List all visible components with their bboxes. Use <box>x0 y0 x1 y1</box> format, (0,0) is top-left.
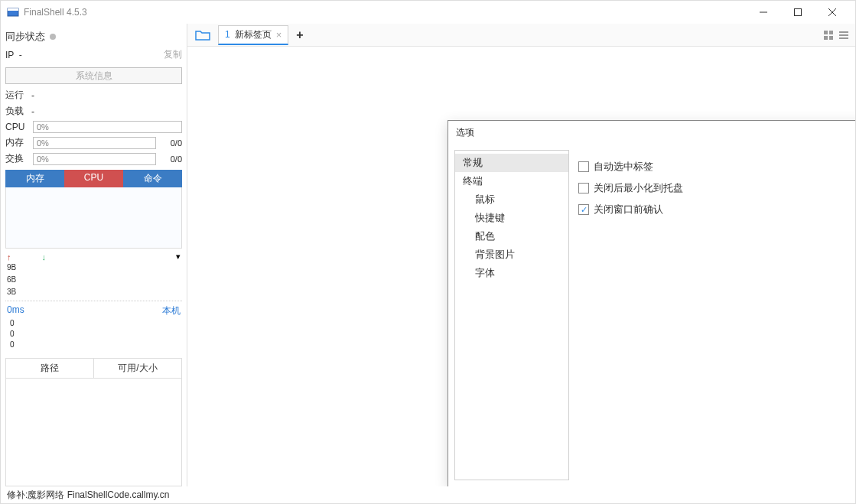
titlebar: FinalShell 4.5.3 <box>1 1 855 24</box>
memory-label: 内存 <box>5 136 30 149</box>
ping-host[interactable]: 本机 <box>162 304 181 317</box>
tab-number: 1 <box>225 29 230 40</box>
svg-rect-7 <box>829 31 833 34</box>
dialog-nav: 常规 终端 鼠标 快捷键 配色 背景图片 字体 <box>454 150 569 480</box>
app-icon <box>7 6 19 18</box>
cpu-meter: 0% <box>33 121 182 133</box>
network-graph: 9B 6B 3B <box>5 263 182 301</box>
upload-icon: ↑ <box>7 252 11 262</box>
load-value: - <box>31 106 182 117</box>
swap-label: 交换 <box>5 152 30 165</box>
download-icon: ↓ <box>42 252 47 262</box>
ping-graph: 0 0 0 <box>5 319 182 353</box>
process-chart <box>5 187 182 249</box>
svg-rect-8 <box>824 36 828 40</box>
col-size[interactable]: 可用/大小 <box>94 359 181 378</box>
tab-cpu[interactable]: CPU <box>64 170 123 187</box>
svg-rect-3 <box>794 9 801 16</box>
checkbox[interactable] <box>578 161 589 172</box>
tab-bar: 1 新标签页 × + <box>187 24 855 47</box>
nav-shortcut[interactable]: 快捷键 <box>455 209 568 227</box>
nav-color[interactable]: 配色 <box>455 227 568 245</box>
swap-ratio: 0/0 <box>159 154 182 164</box>
tab-command[interactable]: 命令 <box>123 170 182 187</box>
window-title: FinalShell 4.5.3 <box>24 7 746 18</box>
nav-general[interactable]: 常规 <box>455 154 568 172</box>
option-label: 关闭窗口前确认 <box>594 203 663 216</box>
ping-ms: 0ms <box>7 304 24 317</box>
maximize-button[interactable] <box>780 1 815 24</box>
copy-button[interactable]: 复制 <box>164 48 182 61</box>
nav-terminal[interactable]: 终端 <box>455 172 568 190</box>
svg-rect-9 <box>829 36 833 40</box>
nav-font[interactable]: 字体 <box>455 264 568 282</box>
svg-rect-6 <box>824 31 828 34</box>
col-path[interactable]: 路径 <box>6 359 94 378</box>
swap-meter: 0% <box>33 153 156 165</box>
svg-rect-10 <box>839 31 848 33</box>
ip-label: IP - <box>5 50 22 60</box>
nav-bgimage[interactable]: 背景图片 <box>455 245 568 264</box>
close-button[interactable] <box>815 1 849 24</box>
path-table-header: 路径 可用/大小 <box>5 358 182 379</box>
checkbox[interactable] <box>578 183 589 193</box>
path-table-body <box>5 379 182 486</box>
svg-rect-11 <box>839 34 848 36</box>
options-dialog: 选项 常规 终端 鼠标 快捷键 配色 背景图片 字体 <box>448 120 856 487</box>
folder-icon[interactable] <box>195 29 210 41</box>
tab-label: 新标签页 <box>235 28 272 41</box>
sync-status-dot <box>50 34 56 40</box>
option-auto-select-tab[interactable]: 自动选中标签 <box>578 156 856 177</box>
svg-rect-12 <box>839 37 848 39</box>
expand-icon[interactable]: ▾ <box>176 252 181 262</box>
list-view-icon[interactable] <box>837 28 851 42</box>
checkbox[interactable] <box>578 204 589 215</box>
dialog-title: 选项 <box>456 126 856 139</box>
content-area: 1 新标签页 × + 选项 常规 终端 鼠 <box>187 24 855 486</box>
system-info-button[interactable]: 系统信息 <box>5 67 182 84</box>
svg-rect-1 <box>8 8 18 11</box>
grid-view-icon[interactable] <box>822 28 835 42</box>
tab-close-icon[interactable]: × <box>276 29 282 41</box>
sidebar: 同步状态 IP - 复制 系统信息 运行- 负载- CPU 0% 内存 0% 0… <box>1 24 187 486</box>
run-label: 运行 <box>5 89 31 102</box>
nav-mouse[interactable]: 鼠标 <box>455 190 568 209</box>
tab-memory[interactable]: 内存 <box>5 170 64 187</box>
status-bar: 修补:魔影网络 FinalShellCode.callmy.cn <box>1 486 855 503</box>
option-confirm-close[interactable]: 关闭窗口前确认 <box>578 199 856 220</box>
minimize-button[interactable] <box>746 1 780 24</box>
cpu-label: CPU <box>5 122 30 132</box>
sync-status-label: 同步状态 <box>5 30 45 44</box>
option-label: 关闭后最小化到托盘 <box>594 181 683 195</box>
dialog-options-pane: 自动选中标签 关闭后最小化到托盘 关闭窗口前确认 <box>575 150 856 480</box>
tab-new[interactable]: 1 新标签页 × <box>218 25 288 45</box>
option-label: 自动选中标签 <box>594 160 653 174</box>
add-tab-button[interactable]: + <box>296 28 303 42</box>
option-minimize-to-tray[interactable]: 关闭后最小化到托盘 <box>578 177 856 199</box>
run-value: - <box>31 90 182 101</box>
dialog-titlebar: 选项 <box>448 121 856 144</box>
load-label: 负载 <box>5 105 31 118</box>
memory-meter: 0% <box>33 137 156 149</box>
memory-ratio: 0/0 <box>159 138 182 148</box>
